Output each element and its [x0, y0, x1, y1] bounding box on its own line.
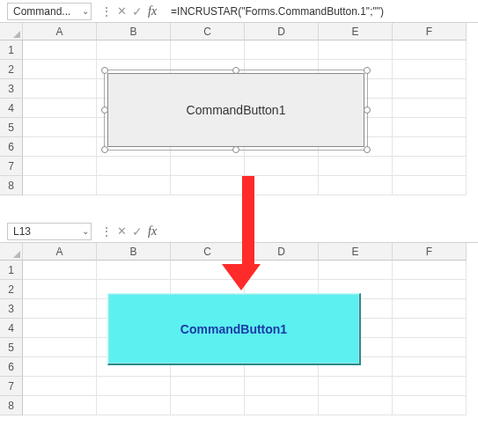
select-all-corner[interactable] [0, 243, 23, 261]
col-header[interactable]: B [97, 243, 171, 261]
cell[interactable] [171, 261, 245, 280]
row-header[interactable]: 7 [0, 377, 23, 396]
cell[interactable] [97, 377, 171, 396]
cell[interactable] [23, 157, 97, 176]
chevron-down-icon[interactable]: ⌄ [82, 6, 89, 16]
col-header[interactable]: E [319, 23, 393, 40]
cancel-icon[interactable]: ✕ [117, 224, 127, 238]
cell[interactable] [393, 176, 467, 195]
cell[interactable] [319, 40, 393, 60]
col-header[interactable]: B [97, 23, 171, 40]
cell[interactable] [23, 79, 97, 99]
col-header[interactable]: D [245, 243, 319, 261]
col-header[interactable]: F [393, 23, 467, 40]
row-header[interactable]: 5 [0, 118, 23, 137]
more-icon[interactable]: ⋮ [100, 224, 112, 239]
cell[interactable] [393, 261, 467, 280]
formula-input[interactable]: =INCRUSTAR("Forms.CommandButton.1";"") [165, 3, 478, 20]
cell[interactable] [97, 157, 171, 176]
select-all-corner[interactable] [0, 23, 23, 40]
cell[interactable] [245, 261, 319, 280]
cell[interactable] [171, 377, 245, 396]
cell[interactable] [319, 261, 393, 280]
cell[interactable] [23, 280, 97, 299]
fx-icon[interactable]: fx [148, 224, 157, 239]
cell[interactable] [319, 377, 393, 396]
cell[interactable] [23, 319, 97, 338]
cell[interactable] [393, 319, 467, 338]
cell[interactable] [23, 60, 97, 79]
cell[interactable] [23, 261, 97, 280]
cell[interactable] [319, 157, 393, 176]
command-button-styled[interactable]: CommandButton1 [107, 293, 361, 365]
row-header[interactable]: 4 [0, 99, 23, 118]
cell[interactable] [393, 118, 467, 137]
cell[interactable] [393, 357, 467, 377]
row-header[interactable]: 3 [0, 299, 23, 319]
command-button-design[interactable]: CommandButton1 [107, 73, 364, 147]
formula-input[interactable] [165, 223, 478, 240]
row-header[interactable]: 7 [0, 157, 23, 176]
fx-icon[interactable]: fx [148, 4, 157, 18]
col-header[interactable]: C [171, 243, 245, 261]
cell[interactable] [171, 176, 245, 195]
cell[interactable] [393, 79, 467, 99]
row-header[interactable]: 5 [0, 338, 23, 357]
cell[interactable] [23, 137, 97, 157]
cell[interactable] [23, 357, 97, 377]
cell[interactable] [393, 299, 467, 319]
name-box[interactable]: L13 ⌄ [7, 223, 92, 240]
cell[interactable] [97, 40, 171, 60]
col-header[interactable]: D [245, 23, 319, 40]
cell[interactable] [23, 99, 97, 118]
cell[interactable] [23, 299, 97, 319]
enter-icon[interactable]: ✓ [132, 4, 143, 18]
row-header[interactable]: 2 [0, 60, 23, 79]
cell[interactable] [97, 261, 171, 280]
cell[interactable] [393, 396, 467, 415]
cell[interactable] [171, 396, 245, 415]
col-header[interactable]: E [319, 243, 393, 261]
cell[interactable] [23, 118, 97, 137]
cell[interactable] [245, 176, 319, 195]
name-box[interactable]: Command... ⌄ [7, 3, 92, 20]
cell[interactable] [393, 338, 467, 357]
more-icon[interactable]: ⋮ [100, 4, 112, 18]
cell[interactable] [23, 396, 97, 415]
cell[interactable] [245, 40, 319, 60]
row-header[interactable]: 1 [0, 261, 23, 280]
enter-icon[interactable]: ✓ [132, 224, 143, 239]
cancel-icon[interactable]: ✕ [117, 4, 127, 18]
cell[interactable] [23, 40, 97, 60]
row-header[interactable]: 4 [0, 319, 23, 338]
cell[interactable] [319, 396, 393, 415]
col-header[interactable]: C [171, 23, 245, 40]
cell[interactable] [393, 280, 467, 299]
row-header[interactable]: 3 [0, 79, 23, 99]
cell[interactable] [393, 377, 467, 396]
cell[interactable] [97, 396, 171, 415]
cell[interactable] [23, 338, 97, 357]
col-header[interactable]: A [23, 23, 97, 40]
cell[interactable] [171, 40, 245, 60]
row-header[interactable]: 6 [0, 357, 23, 377]
chevron-down-icon[interactable]: ⌄ [82, 226, 89, 236]
cell[interactable] [319, 176, 393, 195]
cell[interactable] [23, 176, 97, 195]
row-header[interactable]: 8 [0, 176, 23, 195]
row-header[interactable]: 1 [0, 40, 23, 60]
cell[interactable] [393, 60, 467, 79]
cell[interactable] [23, 377, 97, 396]
cell[interactable] [393, 157, 467, 176]
cell[interactable] [393, 99, 467, 118]
cell[interactable] [245, 377, 319, 396]
cell[interactable] [393, 40, 467, 60]
cell[interactable] [171, 157, 245, 176]
col-header[interactable]: F [393, 243, 467, 261]
cell[interactable] [97, 176, 171, 195]
worksheet-grid[interactable]: A B C D E F 1 2 3 4 5 6 7 8 CommandButto… [0, 243, 478, 415]
worksheet-grid[interactable]: A B C D E F 1 2 3 4 5 6 7 8 CommandButto… [0, 23, 478, 195]
cell[interactable] [245, 396, 319, 415]
cell[interactable] [245, 157, 319, 176]
cell[interactable] [393, 137, 467, 157]
